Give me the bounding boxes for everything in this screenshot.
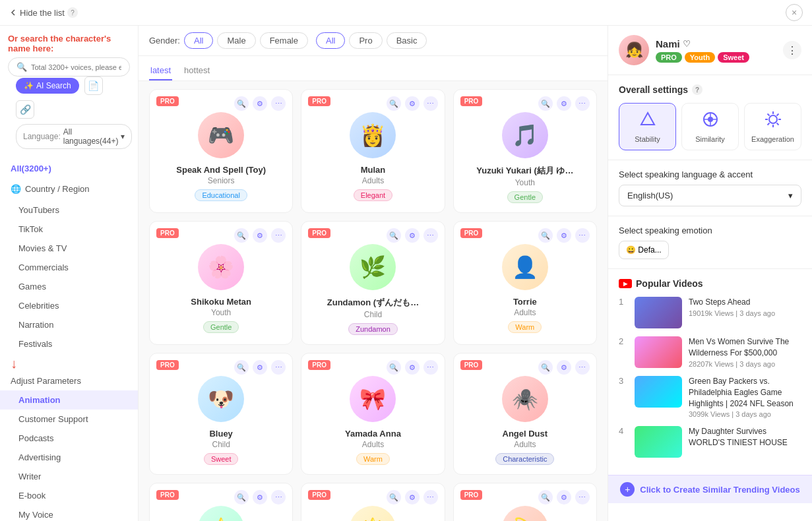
app-container: Hide the list ? × Or search the characte… bbox=[0, 0, 812, 521]
sidebar-item-movies-tv[interactable]: Movies & TV bbox=[0, 239, 138, 258]
search-voice-icon[interactable]: 🔍 bbox=[538, 96, 553, 111]
settings-voice-icon[interactable]: ⚙ bbox=[557, 228, 571, 243]
video-item[interactable]: 2 Men Vs Women Survive The Wilderness Fo… bbox=[619, 336, 801, 368]
settings-help-icon[interactable]: ? bbox=[692, 84, 703, 95]
sidebar-item-customer-support[interactable]: Customer Support bbox=[0, 410, 138, 429]
language-selector[interactable]: Language: All languages(44+) ▾ bbox=[16, 124, 132, 149]
settings-voice-icon[interactable]: ⚙ bbox=[405, 360, 420, 375]
hide-list-btn[interactable]: Hide the list ? bbox=[9, 7, 78, 18]
more-voice-icon[interactable]: ⋯ bbox=[271, 228, 286, 243]
settings-voice-icon[interactable]: ⚙ bbox=[405, 490, 420, 505]
settings-voice-icon[interactable]: ⚙ bbox=[253, 228, 267, 243]
sidebar-item-tiktok[interactable]: TikTok bbox=[0, 220, 138, 239]
voice-card[interactable]: PRO 🔍 ⚙ ⋯ 👤 Torrie Adults Warm bbox=[453, 221, 597, 345]
voice-card[interactable]: PRO 🔍 ⚙ ⋯ 🌸 Shikoku Metan Youth Gentle bbox=[149, 221, 293, 345]
search-voice-icon[interactable]: 🔍 bbox=[387, 360, 401, 375]
create-trending-btn[interactable]: + Click to Create Similar Trending Video… bbox=[608, 475, 812, 503]
settings-voice-icon[interactable]: ⚙ bbox=[253, 490, 267, 505]
type-pro-btn[interactable]: Pro bbox=[349, 32, 382, 49]
gender-female-btn[interactable]: Female bbox=[260, 32, 308, 49]
sidebar-item-advertising[interactable]: Advertising bbox=[0, 448, 138, 467]
more-voice-icon[interactable]: ⋯ bbox=[575, 490, 590, 505]
similarity-option[interactable]: Similarity bbox=[681, 103, 739, 150]
sidebar-item-animation[interactable]: Animation bbox=[0, 390, 138, 410]
search-voice-icon[interactable]: 🔍 bbox=[538, 360, 553, 375]
search-voice-icon[interactable]: 🔍 bbox=[387, 490, 401, 505]
sidebar-country-header[interactable]: 🌐 Country / Region bbox=[0, 180, 138, 198]
sidebar-item-festivals[interactable]: Festivals bbox=[0, 334, 138, 353]
more-voice-icon[interactable]: ⋯ bbox=[423, 96, 438, 111]
settings-voice-icon[interactable]: ⚙ bbox=[557, 96, 571, 111]
search-voice-icon[interactable]: 🔍 bbox=[387, 228, 401, 243]
help-icon[interactable]: ? bbox=[67, 7, 78, 18]
settings-voice-icon[interactable]: ⚙ bbox=[253, 360, 267, 375]
video-item[interactable]: 4 My Daughter Survives WORLD'S TINIEST H… bbox=[619, 426, 801, 458]
voice-tag-container: Characteristic bbox=[463, 453, 587, 465]
voice-card[interactable]: PRO 🔍 ⚙ ⋯ 🎵 Yuzuki Yukari (結月 ゆ… Youth G… bbox=[453, 89, 597, 213]
sidebar-item-adjust-params[interactable]: Adjust Parameters bbox=[0, 371, 138, 390]
more-voice-icon[interactable]: ⋯ bbox=[575, 360, 590, 375]
voice-card[interactable]: PRO 🔍 ⚙ ⋯ ⭐ Voice 10 Youth Gentle bbox=[149, 483, 293, 521]
search-voice-icon[interactable]: 🔍 bbox=[234, 96, 249, 111]
video-item[interactable]: 3 Green Bay Packers vs. Philadelphia Eag… bbox=[619, 376, 801, 418]
more-voice-icon[interactable]: ⋯ bbox=[271, 490, 286, 505]
language-dropdown[interactable]: English(US) ▾ bbox=[619, 185, 801, 206]
close-button[interactable]: × bbox=[786, 4, 803, 21]
voice-card[interactable]: PRO 🔍 ⚙ ⋯ 👸 Mulan Adults Elegant bbox=[301, 89, 445, 213]
search-voice-icon[interactable]: 🔍 bbox=[234, 360, 249, 375]
search-voice-icon[interactable]: 🔍 bbox=[538, 228, 553, 243]
tab-hottest[interactable]: hottest bbox=[183, 61, 211, 80]
voice-card[interactable]: PRO 🔍 ⚙ ⋯ 🌿 Zundamon (ずんだも… Child Zundam… bbox=[301, 221, 445, 345]
heart-icon[interactable]: ♡ bbox=[683, 39, 691, 49]
default-emotion-btn[interactable]: 😀 Defa... bbox=[619, 241, 669, 259]
lang-label: Language: bbox=[23, 132, 61, 141]
more-voice-icon[interactable]: ⋯ bbox=[423, 490, 438, 505]
sidebar-item-commercials[interactable]: Commercials bbox=[0, 258, 138, 277]
voice-card[interactable]: PRO 🔍 ⚙ ⋯ 🎮 Speak And Spell (Toy) Senior… bbox=[149, 89, 293, 213]
more-voice-icon[interactable]: ⋯ bbox=[271, 360, 286, 375]
more-voice-icon[interactable]: ⋯ bbox=[423, 228, 438, 243]
ai-search-button[interactable]: ✨ AI Search bbox=[16, 78, 79, 94]
more-voice-icon[interactable]: ⋯ bbox=[271, 96, 286, 111]
link-icon-btn[interactable]: 🔗 bbox=[16, 100, 34, 119]
more-voice-icon[interactable]: ⋯ bbox=[423, 360, 438, 375]
sidebar-item-podcasts[interactable]: Podcasts bbox=[0, 429, 138, 448]
voice-card[interactable]: PRO 🔍 ⚙ ⋯ 🌟 Voice 11 Adults Warm bbox=[301, 483, 445, 521]
settings-voice-icon[interactable]: ⚙ bbox=[557, 490, 571, 505]
gender-male-btn[interactable]: Male bbox=[217, 32, 255, 49]
search-voice-icon[interactable]: 🔍 bbox=[387, 96, 401, 111]
svg-line-13 bbox=[767, 123, 769, 125]
search-input[interactable] bbox=[31, 63, 121, 71]
voice-card[interactable]: PRO 🔍 ⚙ ⋯ 🕷️ Angel Dust Adults Character… bbox=[453, 353, 597, 475]
sidebar-item-celebrities[interactable]: Celebrities bbox=[0, 296, 138, 315]
sidebar-item-my-voice[interactable]: My Voice bbox=[0, 505, 138, 521]
voice-card[interactable]: PRO 🔍 ⚙ ⋯ 🎀 Yamada Anna Adults Warm bbox=[301, 353, 445, 475]
search-voice-icon[interactable]: 🔍 bbox=[234, 490, 249, 505]
stability-option[interactable]: Stability bbox=[619, 103, 676, 150]
more-options-btn[interactable]: ⋮ bbox=[783, 41, 801, 59]
settings-voice-icon[interactable]: ⚙ bbox=[253, 96, 267, 111]
sidebar-item-writer[interactable]: Writer bbox=[0, 467, 138, 486]
document-icon-btn[interactable]: 📄 bbox=[84, 77, 103, 95]
more-voice-icon[interactable]: ⋯ bbox=[575, 96, 590, 111]
more-voice-icon[interactable]: ⋯ bbox=[575, 228, 590, 243]
search-voice-icon[interactable]: 🔍 bbox=[234, 228, 249, 243]
search-voice-icon[interactable]: 🔍 bbox=[538, 490, 553, 505]
sidebar-item-all[interactable]: All(3200+) bbox=[0, 160, 138, 177]
video-item[interactable]: 1 Two Steps Ahead 19019k Views | 3 days … bbox=[619, 297, 801, 328]
exaggeration-option[interactable]: Exaggeration bbox=[744, 103, 801, 150]
settings-voice-icon[interactable]: ⚙ bbox=[405, 228, 420, 243]
sidebar-item-e-book[interactable]: E-book bbox=[0, 486, 138, 505]
settings-voice-icon[interactable]: ⚙ bbox=[557, 360, 571, 375]
gender-all-btn[interactable]: All bbox=[184, 32, 213, 49]
sidebar-item-narration[interactable]: Narration bbox=[0, 315, 138, 334]
type-basic-btn[interactable]: Basic bbox=[387, 32, 427, 49]
voice-card[interactable]: PRO 🔍 ⚙ ⋯ 💫 Voice 12 Youth Sweet bbox=[453, 483, 597, 521]
tabs-bar: latest hottest bbox=[139, 56, 608, 81]
tab-latest[interactable]: latest bbox=[149, 61, 172, 80]
voice-card[interactable]: PRO 🔍 ⚙ ⋯ 🐶 Bluey Child Sweet bbox=[149, 353, 293, 475]
settings-voice-icon[interactable]: ⚙ bbox=[405, 96, 420, 111]
type-all-btn[interactable]: All bbox=[316, 32, 345, 49]
sidebar-item-youtubers[interactable]: YouTubers bbox=[0, 200, 138, 220]
sidebar-item-games[interactable]: Games bbox=[0, 277, 138, 296]
